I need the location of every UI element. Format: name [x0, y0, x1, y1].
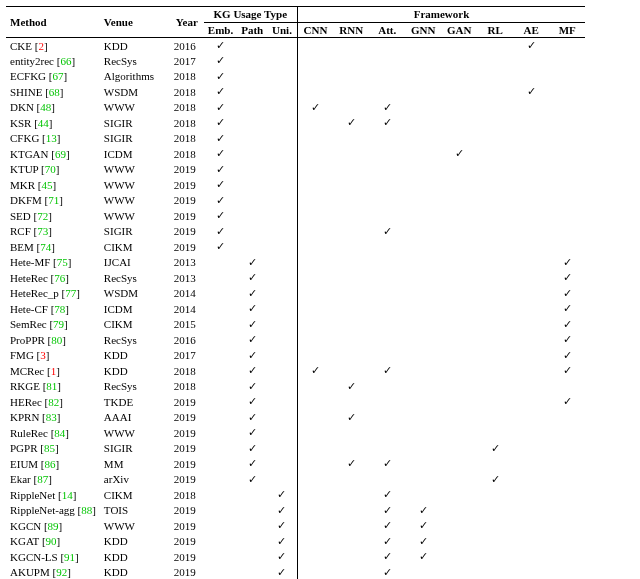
venue-cell: RecSys	[100, 53, 170, 69]
venue-cell: WWW	[100, 193, 170, 209]
fw-rl-cell	[477, 146, 513, 162]
fw-rnn-cell: ✓	[333, 115, 369, 131]
fw-cnn-cell	[297, 317, 333, 333]
table-row: EIUM [86]MM2019✓✓✓	[6, 456, 585, 472]
kg-path-cell	[237, 100, 267, 116]
venue-cell: WSDM	[100, 84, 170, 100]
method-cell: HeteRec [76]	[6, 270, 100, 286]
fw-mf-cell: ✓	[549, 270, 585, 286]
fw-mf-cell: ✓	[549, 394, 585, 410]
year-cell: 2019	[170, 503, 204, 519]
kg-uni-cell: ✓	[267, 487, 297, 503]
fw-rnn-cell	[333, 348, 369, 364]
fw-rnn-cell	[333, 332, 369, 348]
fw-cnn-cell	[297, 224, 333, 240]
fw-mf-cell	[549, 518, 585, 534]
fw-ae-cell	[513, 270, 549, 286]
method-cell: KTGAN [69]	[6, 146, 100, 162]
kg-path-cell	[237, 38, 267, 54]
kg-emb-cell	[204, 503, 237, 519]
fw-ae-cell	[513, 146, 549, 162]
kg-uni-cell	[267, 317, 297, 333]
fw-ae-cell	[513, 69, 549, 85]
fw-rnn-cell	[333, 503, 369, 519]
fw-gan-cell	[441, 301, 477, 317]
fw-rnn-cell	[333, 177, 369, 193]
kg-emb-cell	[204, 394, 237, 410]
fw-att-cell	[369, 239, 405, 255]
year-cell: 2019	[170, 441, 204, 457]
fw-gnn-cell	[405, 348, 441, 364]
method-cell: CFKG [13]	[6, 131, 100, 147]
fw-rl-cell	[477, 100, 513, 116]
fw-cnn-cell: ✓	[297, 363, 333, 379]
kg-path-cell	[237, 208, 267, 224]
fw-att-cell	[369, 146, 405, 162]
venue-cell: KDD	[100, 565, 170, 580]
fw-cnn-cell	[297, 69, 333, 85]
fw-gan-cell	[441, 472, 477, 488]
year-cell: 2018	[170, 363, 204, 379]
fw-rl-cell	[477, 503, 513, 519]
fw-ae-cell	[513, 255, 549, 271]
fw-gan-cell	[441, 487, 477, 503]
fw-att-cell: ✓	[369, 100, 405, 116]
fw-cnn-cell	[297, 239, 333, 255]
kg-uni-cell	[267, 379, 297, 395]
fw-ae-cell	[513, 549, 549, 565]
fw-rl-cell: ✓	[477, 441, 513, 457]
fw-rl-cell	[477, 332, 513, 348]
fw-cnn-cell	[297, 53, 333, 69]
year-cell: 2017	[170, 348, 204, 364]
year-cell: 2019	[170, 472, 204, 488]
fw-cnn-cell	[297, 534, 333, 550]
fw-att-cell	[369, 441, 405, 457]
fw-cnn-cell	[297, 379, 333, 395]
fw-cnn-cell	[297, 270, 333, 286]
fw-gan-cell: ✓	[441, 146, 477, 162]
table-row: HeteRec_p [77]WSDM2014✓✓	[6, 286, 585, 302]
fw-cnn-cell	[297, 472, 333, 488]
fw-gan-cell	[441, 441, 477, 457]
table-row: KTGAN [69]ICDM2018✓✓	[6, 146, 585, 162]
fw-att-cell	[369, 255, 405, 271]
venue-cell: KDD	[100, 348, 170, 364]
kg-uni-cell	[267, 239, 297, 255]
method-cell: KGCN-LS [91]	[6, 549, 100, 565]
fw-cnn-cell	[297, 286, 333, 302]
fw-mf-cell: ✓	[549, 363, 585, 379]
fw-rl-cell	[477, 270, 513, 286]
fw-cnn-cell	[297, 503, 333, 519]
fw-gnn-cell: ✓	[405, 503, 441, 519]
kg-emb-cell	[204, 425, 237, 441]
method-cell: RuleRec [84]	[6, 425, 100, 441]
table-row: HeteRec [76]RecSys2013✓✓	[6, 270, 585, 286]
fw-att-cell: ✓	[369, 224, 405, 240]
fw-cnn-cell: ✓	[297, 100, 333, 116]
fw-rl-cell	[477, 518, 513, 534]
fw-mf-cell	[549, 441, 585, 457]
year-cell: 2019	[170, 162, 204, 178]
fw-rnn-cell	[333, 208, 369, 224]
fw-mf-cell	[549, 146, 585, 162]
kg-path-cell: ✓	[237, 379, 267, 395]
fw-rnn-cell	[333, 53, 369, 69]
kg-path-cell	[237, 224, 267, 240]
table-row: DKN [48]WWW2018✓✓✓	[6, 100, 585, 116]
fw-ae-cell	[513, 425, 549, 441]
kg-uni-cell	[267, 100, 297, 116]
fw-gan-cell	[441, 239, 477, 255]
venue-cell: SIGIR	[100, 441, 170, 457]
kg-emb-cell	[204, 534, 237, 550]
fw-mf-cell	[549, 456, 585, 472]
fw-rnn-cell	[333, 487, 369, 503]
fw-rnn-cell	[333, 363, 369, 379]
fw-ae-cell: ✓	[513, 38, 549, 54]
fw-rnn-cell	[333, 549, 369, 565]
fw-gnn-cell	[405, 162, 441, 178]
fw-rnn-cell	[333, 69, 369, 85]
kg-emb-cell: ✓	[204, 38, 237, 54]
year-cell: 2018	[170, 146, 204, 162]
table-row: BEM [74]CIKM2019✓	[6, 239, 585, 255]
fw-cnn-cell	[297, 115, 333, 131]
